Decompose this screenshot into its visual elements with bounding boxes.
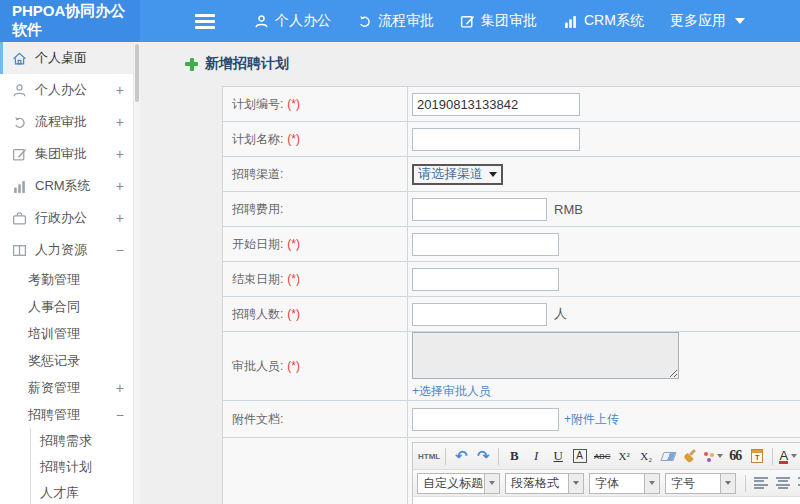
- top-menu: 个人办公 流程审批 集团审批 CRM系统 更多应用: [241, 0, 758, 42]
- field-label: 计划编号:: [232, 96, 283, 113]
- format-brush-button[interactable]: [680, 446, 700, 467]
- font-size-select[interactable]: 字号: [665, 473, 736, 494]
- brush-icon: [683, 449, 697, 463]
- user-icon: [12, 83, 27, 98]
- field-label: 结束日期:: [232, 271, 283, 288]
- topmenu-workflow-approval[interactable]: 流程审批: [344, 0, 447, 42]
- color-dots-icon: [702, 450, 714, 462]
- paragraph-format-select[interactable]: 段落格式: [505, 473, 584, 494]
- topmenu-crm-system[interactable]: CRM系统: [550, 0, 657, 42]
- form-row-channel: 招聘渠道: 请选择渠道: [223, 157, 800, 192]
- sidebar-item-personal-office[interactable]: 个人办公 +: [0, 74, 140, 106]
- sidebar-item-recruitment-mgmt[interactable]: 招聘管理 −: [0, 401, 140, 428]
- sidebar-item-admin-office[interactable]: 行政办公 +: [0, 202, 140, 234]
- collapse-icon[interactable]: −: [116, 243, 124, 257]
- eraser-icon: [660, 452, 676, 461]
- start-date-input[interactable]: [412, 233, 559, 256]
- sidebar-scrollbar[interactable]: [133, 42, 140, 504]
- strikethrough-button[interactable]: ABC: [592, 446, 612, 467]
- select-arrow-icon: [489, 172, 497, 177]
- paste-as-text-button[interactable]: T: [747, 446, 767, 467]
- sidebar-item-hr-contracts[interactable]: 人事合同: [0, 293, 140, 320]
- chart-icon: [12, 179, 27, 194]
- expand-icon[interactable]: +: [116, 179, 124, 193]
- required-marker: (*): [287, 237, 300, 251]
- topmenu-personal-office[interactable]: 个人办公: [241, 0, 344, 42]
- superscript-button[interactable]: X²: [614, 446, 634, 467]
- editor-content-area[interactable]: [413, 497, 800, 504]
- sidebar-item-personal-desktop[interactable]: 个人桌面: [0, 42, 140, 74]
- edit-icon: [12, 147, 27, 162]
- person-suffix: 人: [554, 305, 567, 323]
- flow-icon: [357, 14, 372, 29]
- end-date-input[interactable]: [412, 268, 559, 291]
- align-center-button[interactable]: [773, 473, 793, 494]
- channel-select[interactable]: 请选择渠道: [412, 164, 503, 185]
- flow-icon: [12, 115, 27, 130]
- sidebar-item-reward-punishment[interactable]: 奖惩记录: [0, 347, 140, 374]
- sidebar-item-recruitment-plan[interactable]: 招聘计划: [30, 454, 140, 480]
- font-style-button[interactable]: A: [573, 449, 587, 463]
- topmenu-more-apps[interactable]: 更多应用: [657, 0, 758, 42]
- add-plus-icon: [185, 58, 198, 71]
- italic-button[interactable]: I: [526, 446, 546, 467]
- text-effects-button[interactable]: [702, 446, 723, 467]
- sidebar-item-training-mgmt[interactable]: 培训管理: [0, 320, 140, 347]
- select-caret: [645, 473, 660, 494]
- select-approvers-link[interactable]: +选择审批人员: [412, 383, 491, 400]
- expand-icon[interactable]: +: [116, 211, 124, 225]
- align-left-button[interactable]: [751, 473, 771, 494]
- form-row-headcount: 招聘人数: (*) 人: [223, 297, 800, 332]
- expand-icon[interactable]: +: [116, 381, 124, 395]
- sidebar-item-recruitment-demand[interactable]: 招聘需求: [30, 428, 140, 454]
- expand-icon[interactable]: +: [116, 83, 124, 97]
- headcount-input[interactable]: [412, 303, 547, 326]
- expand-icon[interactable]: +: [116, 147, 124, 161]
- sidebar-item-talent-pool[interactable]: 人才库: [30, 480, 140, 504]
- plan-name-input[interactable]: [412, 128, 580, 151]
- font-color-button[interactable]: A: [778, 446, 798, 467]
- html-source-button[interactable]: HTML: [418, 446, 440, 467]
- sidebar-item-group-approval[interactable]: 集团审批 +: [0, 138, 140, 170]
- scrollbar-thumb[interactable]: [135, 44, 139, 102]
- sidebar: 个人桌面 个人办公 + 流程审批 + 集团审批 + CRM系统 + 行政办公 +: [0, 42, 140, 504]
- toolbar-separator: [772, 448, 773, 465]
- sidebar-item-attendance-mgmt[interactable]: 考勤管理: [0, 266, 140, 293]
- sidebar-item-crm-system[interactable]: CRM系统 +: [0, 170, 140, 202]
- sidebar-item-workflow-approval[interactable]: 流程审批 +: [0, 106, 140, 138]
- sidebar-item-salary-mgmt[interactable]: 薪资管理 +: [0, 374, 140, 401]
- custom-heading-select[interactable]: 自定义标题: [417, 473, 500, 494]
- undo-button[interactable]: ↶: [451, 446, 471, 467]
- topmenu-group-approval[interactable]: 集团审批: [447, 0, 550, 42]
- required-marker: (*): [287, 359, 300, 373]
- field-label: 招聘渠道:: [232, 166, 283, 183]
- field-label: 附件文档:: [232, 411, 283, 428]
- redo-button[interactable]: ↷: [473, 446, 493, 467]
- field-label: 开始日期:: [232, 236, 283, 253]
- expand-icon[interactable]: +: [116, 115, 124, 129]
- subscript-button[interactable]: X₂: [636, 446, 656, 467]
- cost-input[interactable]: [412, 198, 547, 221]
- collapse-icon[interactable]: −: [116, 408, 124, 422]
- approvers-textarea[interactable]: [412, 332, 679, 379]
- bold-button[interactable]: B: [504, 446, 524, 467]
- toolbar-separator: [445, 448, 446, 465]
- user-icon: [254, 14, 269, 29]
- blockquote-button[interactable]: 66: [725, 446, 745, 467]
- field-label: 计划名称:: [232, 131, 283, 148]
- sidebar-item-human-resources[interactable]: 人力资源 −: [0, 234, 140, 266]
- attachment-input[interactable]: [412, 408, 559, 431]
- form-row-end-date: 结束日期: (*): [223, 262, 800, 297]
- eraser-button[interactable]: [658, 446, 678, 467]
- field-label: 审批人员:: [232, 358, 283, 375]
- underline-button[interactable]: U: [548, 446, 568, 467]
- plan-number-input[interactable]: [412, 93, 580, 116]
- rich-text-editor: HTML ↶ ↷ B I U A ABC X² X₂: [412, 442, 800, 504]
- font-family-select[interactable]: 字体: [589, 473, 660, 494]
- align-right-button[interactable]: [795, 473, 800, 494]
- required-marker: (*): [287, 272, 300, 286]
- required-marker: (*): [287, 132, 300, 146]
- attachment-upload-link[interactable]: +附件上传: [564, 411, 619, 428]
- main-content: 新增招聘计划 计划编号: (*) 计划名称: (*): [140, 42, 800, 504]
- hamburger-menu-icon[interactable]: [195, 14, 215, 29]
